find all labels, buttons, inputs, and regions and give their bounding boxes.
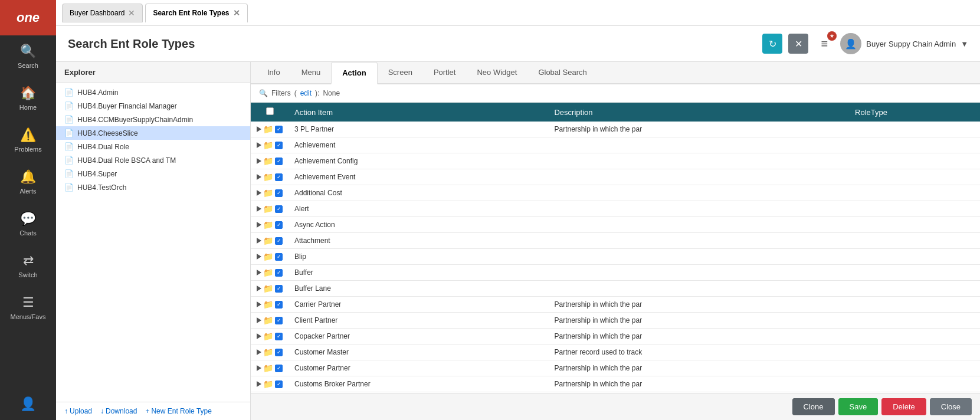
expand-arrow-icon[interactable] (257, 222, 261, 228)
row-checkbox[interactable]: ✓ (275, 285, 283, 293)
row-checkbox[interactable]: ✓ (275, 333, 283, 340)
expand-arrow-icon[interactable] (257, 301, 261, 307)
tab-search-ent-role-types-close[interactable]: ✕ (233, 8, 240, 18)
user-area[interactable]: 👤 Buyer Suppy Chain Admin ▼ (840, 33, 968, 54)
table-row[interactable]: 📁✓Attachment (251, 233, 980, 249)
sidebar-item-home[interactable]: 🏠 Home (0, 77, 56, 119)
expand-arrow-icon[interactable] (257, 126, 261, 132)
select-all-checkbox[interactable] (266, 107, 274, 115)
delete-button[interactable]: Delete (881, 398, 926, 415)
download-arrow-icon: ↓ (100, 407, 104, 415)
folder-icon: 📁 (263, 252, 273, 261)
expand-arrow-icon[interactable] (257, 333, 261, 339)
explorer-item-hub4-ccm[interactable]: 📄 HUB4.CCMBuyerSupplyChainAdmin (56, 113, 250, 126)
expand-arrow-icon[interactable] (257, 206, 261, 212)
expand-arrow-icon[interactable] (257, 286, 261, 291)
table-row[interactable]: 📁✓Customer PartnerPartnership in which t… (251, 360, 980, 376)
expand-arrow-icon[interactable] (257, 174, 261, 180)
row-checkbox[interactable]: ✓ (275, 301, 283, 309)
sidebar-item-problems[interactable]: ⚠️ Problems (0, 119, 56, 161)
expand-arrow-icon[interactable] (257, 381, 261, 387)
refresh-button[interactable]: ↻ (762, 34, 782, 54)
row-checkbox[interactable]: ✓ (275, 317, 283, 324)
new-ent-role-type-link[interactable]: + New Ent Role Type (145, 407, 212, 415)
tab-neo-widget[interactable]: Neo Widget (466, 62, 527, 84)
expand-arrow-icon[interactable] (257, 142, 261, 148)
row-checkbox[interactable]: ✓ (275, 205, 283, 213)
sidebar-item-chats[interactable]: 💬 Chats (0, 203, 56, 245)
save-button[interactable]: Save (838, 398, 879, 415)
table-row[interactable]: 📁✓Additional Cost (251, 185, 980, 201)
folder-icon: 📁 (263, 172, 273, 182)
row-checkbox[interactable]: ✓ (275, 349, 283, 356)
explorer-item-hub4-super[interactable]: 📄 HUB4.Super (56, 167, 250, 181)
sidebar-item-switch[interactable]: ⇄ Switch (0, 245, 56, 287)
row-checkbox[interactable]: ✓ (275, 253, 283, 261)
table-row[interactable]: 📁✓Alert (251, 201, 980, 217)
row-checkbox[interactable]: ✓ (275, 142, 283, 149)
close-button[interactable]: Close (930, 398, 972, 415)
tab-action[interactable]: Action (331, 62, 377, 84)
clone-button[interactable]: Clone (792, 398, 835, 415)
table-row[interactable]: 📁✓Buffer (251, 265, 980, 281)
table-row[interactable]: 📁✓Async Action (251, 217, 980, 233)
row-checkbox[interactable]: ✓ (275, 237, 283, 245)
row-checkbox[interactable]: ✓ (275, 269, 283, 277)
expand-arrow-icon[interactable] (257, 158, 261, 164)
sidebar-item-search[interactable]: 🔍 Search (0, 35, 56, 77)
close-page-button[interactable]: ✕ (788, 34, 808, 54)
table-row[interactable]: 📁✓Blip (251, 249, 980, 265)
row-checkbox[interactable]: ✓ (275, 380, 283, 388)
tab-portlet[interactable]: Portlet (423, 62, 467, 84)
table-row[interactable]: 📁✓Customer MasterPartner record used to … (251, 344, 980, 360)
content-area: Explorer 📄 HUB4.Admin 📄 HUB4.Buyer Finan… (56, 62, 980, 420)
explorer-item-hub4-dual-role-bsca[interactable]: 📄 HUB4.Dual Role BSCA and TM (56, 153, 250, 167)
table-row[interactable]: 📁✓Buffer Lane (251, 281, 980, 297)
row-checkbox[interactable]: ✓ (275, 158, 283, 165)
tab-search-ent-role-types[interactable]: Search Ent Role Types ✕ (145, 4, 247, 22)
row-checkbox-cell: 📁✓ (251, 376, 289, 392)
explorer-item-hub4-test-orch[interactable]: 📄 HUB4.TestOrch (56, 181, 250, 194)
expand-arrow-icon[interactable] (257, 270, 261, 275)
description-cell (548, 281, 849, 297)
sidebar-item-profile[interactable]: 👤 (0, 388, 56, 420)
row-checkbox[interactable]: ✓ (275, 173, 283, 181)
tab-global-search[interactable]: Global Search (527, 62, 597, 84)
doc-icon: 📄 (64, 101, 74, 110)
sidebar-item-menus[interactable]: ☰ Menus/Favs (0, 287, 56, 329)
tab-buyer-dashboard[interactable]: Buyer Dashboard ✕ (62, 4, 143, 22)
tab-menu[interactable]: Menu (291, 62, 332, 84)
explorer-item-hub4-dual-role[interactable]: 📄 HUB4.Dual Role (56, 140, 250, 153)
row-checkbox[interactable]: ✓ (275, 126, 283, 133)
filters-value: None (323, 89, 340, 97)
table-row[interactable]: 📁✓Carrier PartnerPartnership in which th… (251, 297, 980, 313)
sidebar-item-alerts[interactable]: 🔔 Alerts (0, 161, 56, 203)
tab-screen[interactable]: Screen (378, 62, 423, 84)
tab-info[interactable]: Info (257, 62, 291, 84)
expand-arrow-icon[interactable] (257, 349, 261, 355)
row-checkbox[interactable]: ✓ (275, 221, 283, 229)
expand-arrow-icon[interactable] (257, 254, 261, 260)
table-row[interactable]: 📁✓Client PartnerPartnership in which the… (251, 313, 980, 329)
upload-link[interactable]: ↑ Upload (64, 407, 92, 415)
tab-buyer-dashboard-close[interactable]: ✕ (128, 8, 135, 18)
table-row[interactable]: 📁✓Copacker PartnerPartnership in which t… (251, 329, 980, 344)
expand-arrow-icon[interactable] (257, 190, 261, 196)
notifications-button[interactable]: ≡ ★ (814, 34, 834, 54)
table-row[interactable]: 📁✓Customs Broker PartnerPartnership in w… (251, 376, 980, 392)
filters-edit-link[interactable]: edit (300, 89, 312, 97)
download-link[interactable]: ↓ Download (100, 407, 137, 415)
explorer-item-hub4-admin[interactable]: 📄 HUB4.Admin (56, 86, 250, 99)
row-checkbox[interactable]: ✓ (275, 189, 283, 197)
explorer-item-hub4-buyer-financial-manager[interactable]: 📄 HUB4.Buyer Financial Manager (56, 99, 250, 113)
table-row[interactable]: 📁✓Achievement Config (251, 153, 980, 169)
explorer-item-hub4-cheese-slice[interactable]: 📄 HUB4.CheeseSlice (56, 126, 250, 140)
expand-arrow-icon[interactable] (257, 365, 261, 371)
table-row[interactable]: 📁✓Achievement (251, 137, 980, 153)
expand-arrow-icon[interactable] (257, 238, 261, 244)
table-row[interactable]: 📁✓Achievement Event (251, 169, 980, 185)
table-row[interactable]: 📁✓3 PL PartnerPartnership in which the p… (251, 122, 980, 137)
user-dropdown-arrow[interactable]: ▼ (961, 40, 968, 48)
row-checkbox[interactable]: ✓ (275, 365, 283, 372)
expand-arrow-icon[interactable] (257, 317, 261, 323)
